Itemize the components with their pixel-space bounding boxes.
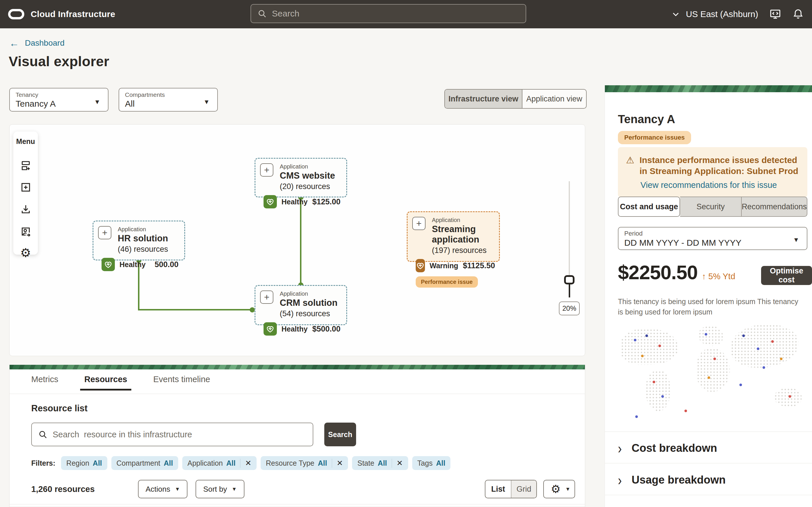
- map-data-dot: [661, 395, 664, 398]
- application-view-button[interactable]: Application view: [522, 90, 586, 108]
- filter-region[interactable]: RegionAll: [61, 456, 107, 470]
- node-resource-count: (197) resources: [432, 246, 493, 255]
- expand-node-button[interactable]: +: [260, 163, 273, 177]
- node-hr-solution[interactable]: + Application HR solution (46) resources…: [93, 221, 185, 261]
- filter-state[interactable]: StateAll✕: [352, 456, 408, 470]
- add-frame-button[interactable]: [13, 181, 38, 193]
- dev-console-button[interactable]: [769, 8, 781, 20]
- list-view-button[interactable]: List: [486, 481, 511, 498]
- remove-filter-icon[interactable]: ✕: [332, 459, 343, 468]
- filter-value: All: [436, 459, 445, 467]
- map-data-dot: [771, 340, 774, 343]
- node-cost: $125.00: [312, 198, 341, 206]
- filter-name: Resource Type: [266, 459, 314, 467]
- node-name: CRM solution: [280, 298, 341, 308]
- section-label: Cost breakdown: [631, 442, 717, 454]
- region-picker[interactable]: US East (Ashburn): [671, 9, 758, 19]
- decorative-banner: [605, 85, 812, 92]
- tab-events-timeline[interactable]: Events timeline: [153, 375, 210, 391]
- filter-value: All: [378, 459, 387, 467]
- node-streaming-application[interactable]: + Application Streaming application (197…: [407, 211, 500, 262]
- map-data-dot: [641, 355, 644, 357]
- map-continent: [774, 388, 802, 407]
- tab-security[interactable]: Security: [680, 196, 742, 217]
- resource-list-heading: Resource list: [31, 403, 88, 414]
- grid-view-button[interactable]: Grid: [511, 481, 536, 498]
- add-node-button[interactable]: [13, 160, 38, 172]
- filter-resource-type[interactable]: Resource TypeAll✕: [261, 456, 348, 470]
- zoom-slider-handle[interactable]: [564, 275, 574, 284]
- tab-recommendations[interactable]: Recommendations: [742, 196, 807, 217]
- map-data-dot: [684, 409, 687, 412]
- sort-by-button[interactable]: Sort by ▼: [196, 480, 244, 498]
- table-settings-button[interactable]: ⚙ ▼: [543, 480, 575, 498]
- notifications-button[interactable]: [792, 8, 804, 20]
- list-grid-toggle: List Grid: [485, 480, 537, 498]
- expand-node-button[interactable]: +: [98, 226, 111, 239]
- caret-down-icon: ▼: [94, 98, 100, 106]
- global-search[interactable]: [251, 4, 526, 23]
- resource-search[interactable]: [31, 422, 313, 446]
- remove-filter-icon[interactable]: ✕: [240, 459, 251, 468]
- filter-name: State: [357, 459, 374, 467]
- share-user-button[interactable]: [13, 225, 38, 238]
- cost-breakdown-section[interactable]: › Cost breakdown: [618, 434, 803, 462]
- status-badge: Performance issues: [618, 131, 691, 144]
- compartments-select-label: Compartments: [125, 91, 211, 98]
- brand[interactable]: Cloud Infrastructure: [8, 0, 115, 28]
- node-type-label: Application: [432, 217, 493, 223]
- tab-resources[interactable]: Resources: [84, 375, 127, 391]
- search-button[interactable]: Search: [324, 422, 356, 446]
- breadcrumb[interactable]: ← Dashboard: [9, 38, 64, 48]
- page-title: Visual explorer: [9, 53, 109, 69]
- topbar: Cloud Infrastructure US East (Ashburn): [0, 0, 812, 28]
- period-select[interactable]: Period DD MM YYYY - DD MM YYYY ▼: [618, 227, 807, 250]
- remove-filter-icon[interactable]: ✕: [392, 459, 403, 468]
- panel-tabs: Metrics Resources Events timeline: [31, 375, 210, 391]
- world-map: [618, 323, 807, 426]
- tenancy-detail-panel: Tenancy A Performance issues ⚠ Instance …: [605, 85, 812, 507]
- back-arrow-icon[interactable]: ←: [9, 38, 19, 48]
- usage-breakdown-section[interactable]: › Usage breakdown: [618, 465, 803, 494]
- breadcrumb-dashboard-link[interactable]: Dashboard: [25, 39, 64, 48]
- node-resource-count: (46) resources: [118, 245, 179, 254]
- canvas-menu-title: Menu: [13, 137, 38, 146]
- zoom-slider-track[interactable]: [569, 181, 570, 276]
- filter-application[interactable]: ApplicationAll✕: [182, 456, 257, 470]
- filters-label: Filters:: [31, 459, 55, 467]
- node-name: CMS website: [280, 171, 341, 181]
- filter-tags[interactable]: TagsAll: [412, 456, 451, 470]
- resource-search-input[interactable]: [53, 430, 306, 439]
- node-crm-solution[interactable]: + Application CRM solution (54) resource…: [255, 285, 347, 325]
- view-recommendations-link[interactable]: View recommendations for this issue: [641, 180, 799, 190]
- add-frame-icon: [20, 181, 32, 193]
- filter-compartment[interactable]: CompartmentAll: [111, 456, 178, 470]
- infrastructure-view-button[interactable]: Infrastructure view: [445, 90, 522, 108]
- cost-trend: ↑ 5% Ytd: [702, 272, 735, 281]
- global-search-input[interactable]: [272, 9, 519, 18]
- optimise-cost-button[interactable]: Optimise cost: [761, 266, 812, 285]
- connector-hr-crm: [138, 309, 254, 311]
- map-data-dot: [789, 395, 791, 398]
- health-heart-icon: [416, 259, 425, 272]
- caret-down-icon: ▼: [175, 486, 180, 492]
- node-name: Streaming application: [432, 224, 493, 245]
- expand-node-button[interactable]: +: [412, 217, 425, 230]
- divider: [9, 504, 585, 504]
- node-cms-website[interactable]: + Application CMS website (20) resources…: [255, 158, 347, 198]
- download-button[interactable]: [13, 203, 38, 215]
- node-status-row: Warning $1125.50: [416, 259, 493, 272]
- node-status-row: Healthy 500.00: [102, 258, 179, 271]
- compartments-select[interactable]: Compartments All ▼: [118, 88, 218, 112]
- node-resource-count: (54) resources: [280, 309, 341, 318]
- map-data-dot: [658, 345, 661, 347]
- settings-button[interactable]: ⚙: [13, 247, 38, 259]
- diagram-canvas[interactable]: Menu ⚙ + Applicat: [9, 124, 585, 356]
- actions-button[interactable]: Actions ▼: [138, 480, 188, 498]
- node-status: Healthy: [282, 325, 307, 333]
- expand-node-button[interactable]: +: [260, 290, 273, 304]
- map-continent: [698, 326, 723, 346]
- tab-metrics[interactable]: Metrics: [31, 375, 58, 391]
- tenancy-select[interactable]: Tenancy Tenancy A ▼: [9, 88, 108, 112]
- tab-cost-and-usage[interactable]: Cost and usage: [618, 196, 680, 217]
